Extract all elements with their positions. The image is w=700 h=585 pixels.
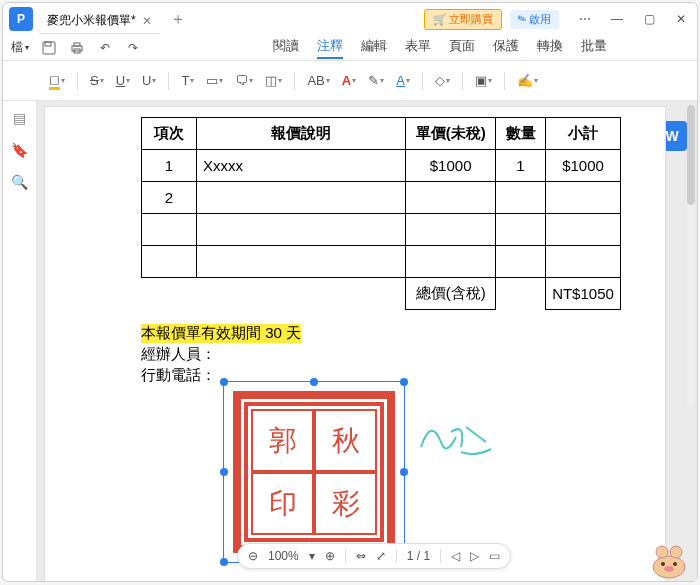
outline-icon[interactable]: ▤ [11,109,29,127]
view-mode-icon[interactable]: ▭ [489,549,500,563]
tab-annotate[interactable]: 注釋 [317,37,343,59]
svg-rect-3 [74,43,80,46]
document-viewport[interactable]: W 項次 報價說明 單價(未稅) 數量 小計 1Xxxxx$10001$1000… [37,101,697,581]
maximize-button[interactable]: ▢ [633,3,665,35]
annotate-toolbar: ◻▾ S▾ U▾ U▾ T▾ ▭▾ 🗨▾ ◫▾ AB▾ A▾ ✎▾ A▾ ◇▾ … [3,61,697,101]
activate-button[interactable]: ✎ 啟用 [510,10,559,29]
more-button[interactable]: ⋯ [569,3,601,35]
table-row [142,214,621,246]
total-value: NT$1050 [545,278,620,310]
tab-read[interactable]: 閱讀 [273,37,299,59]
undo-icon[interactable]: ↶ [97,40,113,56]
highlight-tool[interactable]: ◻▾ [45,70,69,92]
next-page-icon[interactable]: ▷ [470,549,479,563]
tab-batch[interactable]: 批量 [581,37,607,59]
page: 項次 報價說明 單價(未稅) 數量 小計 1Xxxxx$10001$1000 2… [45,107,665,581]
status-bar: ⊖ 100% ▾ ⊕ ⇔ ⤢ 1 / 1 ◁ ▷ ▭ [237,543,511,569]
font-color-tool[interactable]: AB▾ [303,71,333,90]
table-row [142,246,621,278]
resize-handle[interactable] [400,378,408,386]
shapes-tool[interactable]: ◫▾ [261,71,286,90]
resize-handle[interactable] [310,378,318,386]
total-label: 總價(含稅) [406,278,496,310]
prev-page-icon[interactable]: ◁ [451,549,460,563]
zoom-in-icon[interactable]: ⊕ [325,549,335,563]
seal-stamp[interactable]: 郭秋印彩 [233,391,395,553]
new-tab-button[interactable]: ＋ [164,9,192,30]
quote-table: 項次 報價說明 單價(未稅) 數量 小計 1Xxxxx$10001$1000 2… [141,117,621,310]
signature-tool[interactable]: ✍▾ [513,71,542,90]
menubar: 檔▾ ↶ ↷ 閱讀 注釋 編輯 表單 頁面 保護 轉換 批量 [3,35,697,61]
stamp-area: 郭秋印彩 [141,387,647,567]
titlebar: P 麥兜小米報價單* ✕ ＋ 🛒 立即購買 ✎ 啟用 ⋯ — ▢ ✕ [3,3,697,35]
signature-mark [411,407,501,467]
document-tab[interactable]: 麥兜小米報價單* ✕ [39,8,160,34]
wavy-underline-tool[interactable]: U▾ [138,71,160,90]
th-qty: 數量 [496,118,546,150]
activate-label: 啟用 [529,12,551,27]
app-icon: P [9,7,33,31]
minimize-button[interactable]: — [601,3,633,35]
staff-label: 經辦人員： [141,345,647,364]
svg-point-8 [664,566,674,572]
table-row: 1Xxxxx$10001$1000 [142,150,621,182]
zoom-out-icon[interactable]: ⊖ [248,549,258,563]
text-tool[interactable]: T▾ [177,71,198,90]
page-indicator[interactable]: 1 / 1 [407,549,430,563]
save-icon[interactable] [41,40,57,56]
print-icon[interactable] [69,40,85,56]
th-sub: 小計 [545,118,620,150]
th-price: 單價(未稅) [406,118,496,150]
bookmark-icon[interactable]: 🔖 [11,141,29,159]
svg-point-9 [661,562,665,566]
scrollbar[interactable] [687,105,695,405]
zoom-value[interactable]: 100% [268,549,299,563]
eraser-tool[interactable]: ◇▾ [431,71,454,90]
resize-handle[interactable] [220,558,228,566]
left-sidebar: ▤ 🔖 🔍 [3,101,37,581]
buy-button[interactable]: 🛒 立即購買 [424,9,502,30]
tab-title: 麥兜小米報價單* [47,12,136,29]
underline-tool[interactable]: U▾ [112,71,134,90]
table-total-row: 總價(含稅)NT$1050 [142,278,621,310]
fit-page-icon[interactable]: ⤢ [376,549,386,563]
th-no: 項次 [142,118,197,150]
validity-text: 本報價單有效期間 30 天 [141,324,301,343]
note-tool[interactable]: 🗨▾ [231,71,257,90]
table-row: 2 [142,182,621,214]
close-tab-icon[interactable]: ✕ [142,14,152,28]
redo-icon[interactable]: ↷ [125,40,141,56]
mascot-icon [644,539,694,579]
resize-handle[interactable] [400,468,408,476]
ribbon-tabs: 閱讀 注釋 編輯 表單 頁面 保護 轉換 批量 [273,37,607,59]
resize-handle[interactable] [220,378,228,386]
textbox-tool[interactable]: ▭▾ [202,71,227,90]
svg-point-10 [673,562,677,566]
search-icon[interactable]: 🔍 [11,173,29,191]
strike-tool[interactable]: S▾ [86,71,108,90]
resize-handle[interactable] [220,468,228,476]
tab-protect[interactable]: 保護 [493,37,519,59]
th-desc: 報價說明 [196,118,405,150]
file-menu[interactable]: 檔▾ [11,39,29,56]
close-window-button[interactable]: ✕ [665,3,697,35]
tab-convert[interactable]: 轉換 [537,37,563,59]
stamp-tool[interactable]: ▣▾ [471,71,496,90]
buy-label: 立即購買 [449,12,493,27]
tab-form[interactable]: 表單 [405,37,431,59]
tab-edit[interactable]: 編輯 [361,37,387,59]
svg-rect-1 [45,42,51,46]
text-red-tool[interactable]: A▾ [338,71,360,90]
pencil-tool[interactable]: ✎▾ [364,71,388,90]
svg-point-7 [670,546,682,558]
link-tool[interactable]: A▾ [392,71,414,90]
fit-width-icon[interactable]: ⇔ [356,549,366,563]
tab-page[interactable]: 頁面 [449,37,475,59]
svg-point-6 [656,546,668,558]
